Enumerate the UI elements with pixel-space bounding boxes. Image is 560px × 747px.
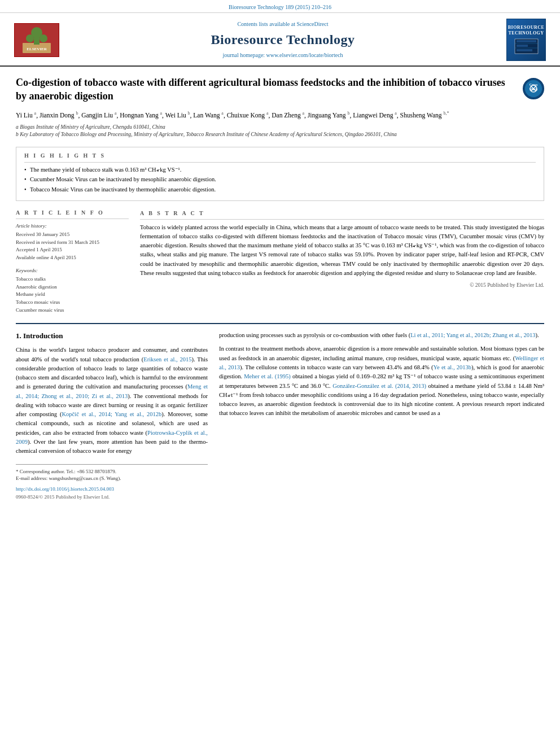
received-date: Received 30 January 2015 [16,231,129,238]
kw-5: Cucumber mosaic virus [16,307,129,314]
intro-paragraph-2: production using processes such as pyrol… [219,331,544,340]
ref-piotrowska[interactable]: Piotrowska-Cyplik et al., 2009 [16,430,208,445]
ref-ye2013b[interactable]: Ye et al., 2013b [433,364,471,370]
kw-3: Methane yield [16,291,129,298]
highlights-title: H I G H L I G H T S [24,152,536,163]
doi-line[interactable]: http://dx.doi.org/10.1016/j.biortech.201… [16,486,208,493]
svg-point-4 [40,34,47,42]
article-content: Co-digestion of tobacco waste with diffe… [0,67,560,512]
svg-rect-10 [517,45,528,47]
intro-paragraph-1: China is the world's largest tobacco pro… [16,346,208,456]
sciencedirect-link[interactable]: ScienceDirect [296,21,328,27]
keywords-label: Keywords: [16,267,129,274]
intro-right: production using processes such as pyrol… [219,331,544,501]
ref-li2011[interactable]: Li et al., 2011; Yang et al., 2012b; Zha… [410,332,535,338]
introduction-section: 1. Introduction China is the world's lar… [16,331,544,501]
journal-logo-box: BIORESOURCETECHNOLOGY [506,19,546,61]
header-area: ELSEVIER Contents lists available at Sci… [0,13,560,67]
highlights-box: H I G H L I G H T S The methane yield of… [16,147,544,201]
copyright-line: © 2015 Published by Elsevier Ltd. [140,281,544,289]
intro-left: 1. Introduction China is the world's lar… [16,331,208,501]
svg-point-3 [26,34,34,42]
right-col: A B S T R A C T Tobacco is widely plante… [140,209,544,314]
article-history: Article history: Received 30 January 201… [16,222,129,261]
highlight-item-3: Tobacco Mosaic Virus can be inactivated … [24,186,536,194]
svg-text:ELSEVIER: ELSEVIER [27,47,47,51]
kw-1: Tobacco stalks [16,276,129,283]
svg-rect-9 [517,40,536,42]
svg-rect-11 [517,49,532,51]
ref-kopcic[interactable]: Kopčič et al., 2014; Yang et al., 2012b [62,411,162,417]
issn-line: 0960-8524/© 2015 Published by Elsevier L… [16,493,208,501]
available-date: Available online 4 April 2015 [16,254,129,261]
abstract-label: A B S T R A C T [140,209,544,220]
highlight-item-2: Cucumber Mosaic Virus can be inactivated… [24,176,536,184]
corresponding-author: * Corresponding author. Tel.: +86 532 88… [16,468,208,475]
intro-heading: 1. Introduction [16,331,208,341]
journal-logo-right: BIORESOURCETECHNOLOGY [504,19,549,61]
article-info-abstract: A R T I C L E I N F O Article history: R… [16,209,544,314]
journal-citation: Bioresource Technology 189 (2015) 210–21… [229,4,331,10]
ref-gonzalez[interactable]: González-González et al. (2014, 2013) [333,383,426,389]
crossmark-badge: Cross Mark [523,78,544,99]
email-address: E-mail address: wangshusheng@caas.cn (S.… [16,475,208,482]
journal-center: Contents lists available at ScienceDirec… [68,19,498,61]
journal-title: Bioresource Technology [211,30,355,50]
section-divider [16,323,544,324]
article-title-section: Co-digestion of tobacco waste with diffe… [16,76,544,103]
left-col: A R T I C L E I N F O Article history: R… [16,209,129,314]
kw-4: Tobacco mosaic virus [16,299,129,306]
affiliations: a Biogas Institute of Ministry of Agricu… [16,124,544,139]
elsevier-logo-image: ELSEVIER [14,23,59,57]
article-info-label: A R T I C L E I N F O [16,209,129,219]
elsevier-logo: ELSEVIER [11,19,62,61]
ref-meng[interactable]: Meng et al., 2014; Zhong et al., 2010; Z… [16,383,208,399]
affiliation-a: a Biogas Institute of Ministry of Agricu… [16,124,544,131]
intro-paragraph-3: In contrast to the treatment methods abo… [219,344,544,418]
ref-wellinger[interactable]: Wellinger et al., 2013 [219,355,544,370]
footnote-area: * Corresponding author. Tel.: +86 532 88… [16,464,208,482]
authors-line: Yi Liu a, Jianxin Dong b, Gangjin Liu a,… [16,110,544,120]
intro-text-right: production using processes such as pyrol… [219,331,544,418]
accepted-date: Accepted 1 April 2015 [16,246,129,254]
keywords-section: Keywords: Tobacco stalks Anaerobic diges… [16,267,129,314]
journal-homepage: journal homepage: www.elsevier.com/locat… [222,51,343,59]
abstract-body: Tobacco is widely planted across the wor… [140,224,544,276]
svg-text:Cross: Cross [530,83,538,86]
page-wrapper: Bioresource Technology 189 (2015) 210–21… [0,0,560,512]
sciencedirect-line: Contents lists available at ScienceDirec… [237,20,328,28]
journal-top-bar: Bioresource Technology 189 (2015) 210–21… [0,0,560,13]
kw-2: Anaerobic digestion [16,283,129,291]
ref-meher[interactable]: Meher et al. (1995) [244,373,291,379]
article-title: Co-digestion of tobacco waste with diffe… [16,76,517,103]
affiliation-b: b Key Laboratory of Tobacco Biology and … [16,131,544,138]
highlight-item-1: The methane yield of tobacco stalk was 0… [24,166,536,174]
intro-text-left: China is the world's largest tobacco pro… [16,346,208,456]
ref-eriksen[interactable]: Eriksen et al., 2015 [143,356,191,362]
history-title: Article history: [16,222,129,230]
abstract-text: Tobacco is widely planted across the wor… [140,223,544,278]
logo-title-text: BIORESOURCETECHNOLOGY [508,25,545,37]
received-revised-date: Received in revised form 31 March 2015 [16,239,129,246]
